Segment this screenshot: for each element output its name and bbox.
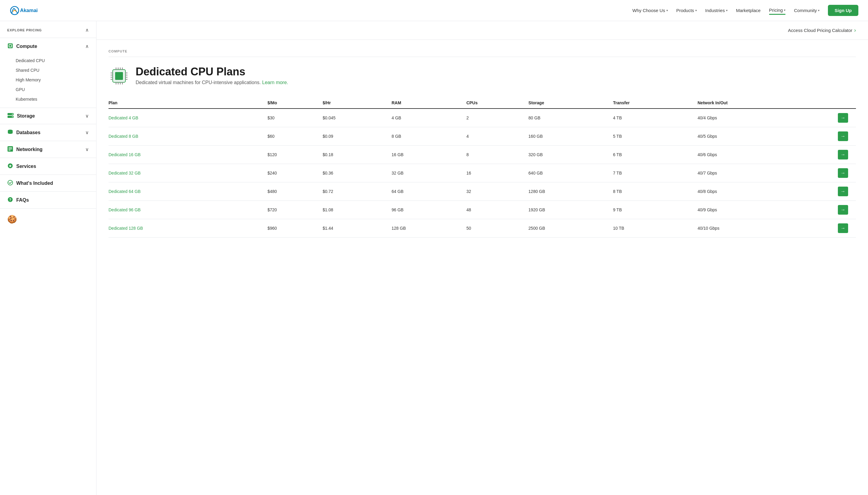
table-row: Dedicated 16 GB $120 $0.18 16 GB 8 320 G… <box>108 146 856 164</box>
services-icon <box>7 163 13 170</box>
cell-network-4: 40/8 Gbps <box>698 182 838 201</box>
plan-subtitle: Dedicated virtual machines for CPU-inten… <box>136 80 288 85</box>
sidebar-item-kubernetes[interactable]: Kubernetes <box>0 95 96 104</box>
cell-cpus-2: 8 <box>466 146 528 164</box>
nav-marketplace[interactable]: Marketplace <box>736 7 761 14</box>
plan-title-block: Dedicated CPU Plans Dedicated virtual ma… <box>136 65 288 85</box>
learn-more-link[interactable]: Learn more. <box>262 80 288 85</box>
sidebar-section-storage-header[interactable]: Storage ∨ <box>0 108 96 124</box>
col-mo: $/Mo <box>267 97 323 108</box>
cell-ram-3: 32 GB <box>392 164 466 182</box>
cell-plan-2[interactable]: Dedicated 16 GB <box>108 146 267 164</box>
sidebar-section-whats-included: What's Included <box>0 175 96 192</box>
cell-network-5: 40/9 Gbps <box>698 201 838 219</box>
col-ram: RAM <box>392 97 466 108</box>
nav-pricing[interactable]: Pricing ▾ <box>769 6 786 15</box>
cell-plan-5[interactable]: Dedicated 96 GB <box>108 201 267 219</box>
cell-hr-0: $0.045 <box>323 108 392 127</box>
table-row: Dedicated 128 GB $960 $1.44 128 GB 50 25… <box>108 219 856 238</box>
sidebar-header: EXPLORE PRICING ∧ <box>0 21 96 38</box>
storage-label: Storage <box>17 113 35 119</box>
cell-hr-3: $0.36 <box>323 164 392 182</box>
cell-storage-0: 80 GB <box>528 108 613 127</box>
cell-plan-1[interactable]: Dedicated 8 GB <box>108 127 267 146</box>
svg-point-8 <box>12 116 13 117</box>
cell-action-2: → <box>838 146 856 164</box>
cell-network-6: 40/10 Gbps <box>698 219 838 238</box>
cell-plan-6[interactable]: Dedicated 128 GB <box>108 219 267 238</box>
logo[interactable]: Akamai <box>10 4 46 17</box>
cell-transfer-4: 8 TB <box>613 182 698 201</box>
cell-network-0: 40/4 Gbps <box>698 108 838 127</box>
sidebar-section-faqs-header[interactable]: ? FAQs <box>0 192 96 208</box>
cell-transfer-2: 6 TB <box>613 146 698 164</box>
sidebar-item-dedicated-cpu[interactable]: Dedicated CPU <box>0 56 96 65</box>
row-select-button-5[interactable]: → <box>838 205 848 215</box>
table-body: Dedicated 4 GB $30 $0.045 4 GB 2 80 GB 4… <box>108 108 856 238</box>
cookie-icon[interactable]: 🍪 <box>7 215 17 224</box>
sidebar-section-databases-header[interactable]: Databases ∨ <box>0 124 96 141</box>
compute-sub-items: Dedicated CPU Shared CPU High Memory GPU… <box>0 54 96 108</box>
sidebar-section-compute-header[interactable]: Compute ∧ <box>0 38 96 54</box>
row-select-button-2[interactable]: → <box>838 150 848 159</box>
col-cpus: CPUs <box>466 97 528 108</box>
sidebar-section-included-left: What's Included <box>7 180 53 187</box>
cell-ram-6: 128 GB <box>392 219 466 238</box>
sidebar-section-included-header[interactable]: What's Included <box>0 175 96 191</box>
cell-storage-3: 640 GB <box>528 164 613 182</box>
compute-section: COMPUTE <box>97 40 868 247</box>
row-select-button-1[interactable]: → <box>838 132 848 141</box>
svg-point-14 <box>8 180 13 185</box>
col-transfer: Transfer <box>613 97 698 108</box>
row-select-button-3[interactable]: → <box>838 168 848 178</box>
cell-storage-4: 1280 GB <box>528 182 613 201</box>
row-select-button-0[interactable]: → <box>838 113 848 123</box>
col-hr: $/Hr <box>323 97 392 108</box>
svg-rect-13 <box>8 150 11 150</box>
cell-hr-4: $0.72 <box>323 182 392 201</box>
cell-transfer-3: 7 TB <box>613 164 698 182</box>
main-content: Access Cloud Pricing Calculator › COMPUT… <box>97 21 868 495</box>
cell-transfer-5: 9 TB <box>613 201 698 219</box>
row-select-button-4[interactable]: → <box>838 187 848 196</box>
cell-hr-6: $1.44 <box>323 219 392 238</box>
cell-plan-4[interactable]: Dedicated 64 GB <box>108 182 267 201</box>
nav-why-choose-us[interactable]: Why Choose Us ▾ <box>632 7 667 14</box>
akamai-logo-svg: Akamai <box>10 4 46 17</box>
cell-storage-6: 2500 GB <box>528 219 613 238</box>
nav-products[interactable]: Products ▾ <box>676 7 697 14</box>
svg-rect-4 <box>9 45 11 47</box>
networking-chevron-icon: ∨ <box>85 147 89 152</box>
pricing-calculator-link[interactable]: Access Cloud Pricing Calculator › <box>788 27 856 33</box>
pricing-table: Plan $/Mo $/Hr RAM CPUs Storage Transfer… <box>108 97 856 238</box>
sidebar-section-services-header[interactable]: Services <box>0 158 96 174</box>
sidebar-section-faqs-left: ? FAQs <box>7 197 29 204</box>
cell-action-6: → <box>838 219 856 238</box>
cell-action-4: → <box>838 182 856 201</box>
networking-icon <box>7 146 13 153</box>
row-select-button-6[interactable]: → <box>838 223 848 233</box>
nav-industries[interactable]: Industries ▾ <box>705 7 728 14</box>
cell-plan-0[interactable]: Dedicated 4 GB <box>108 108 267 127</box>
cell-plan-3[interactable]: Dedicated 32 GB <box>108 164 267 182</box>
nav-chevron-community: ▾ <box>818 9 819 12</box>
page-layout: EXPLORE PRICING ∧ Compute ∧ <box>0 21 868 495</box>
sidebar-section-compute-left: Compute <box>7 43 37 50</box>
sidebar-item-high-memory[interactable]: High Memory <box>0 75 96 85</box>
sidebar-section-storage: Storage ∨ <box>0 108 96 124</box>
svg-rect-11 <box>8 148 12 148</box>
col-network: Network In/Out <box>698 97 838 108</box>
svg-text:Akamai: Akamai <box>20 7 38 13</box>
sidebar-item-shared-cpu[interactable]: Shared CPU <box>0 65 96 75</box>
sidebar-item-gpu[interactable]: GPU <box>0 85 96 95</box>
signup-button[interactable]: Sign Up <box>828 5 858 16</box>
sidebar-section-networking-header[interactable]: Networking ∨ <box>0 141 96 158</box>
nav-community[interactable]: Community ▾ <box>794 7 819 14</box>
table-row: Dedicated 8 GB $60 $0.09 8 GB 4 160 GB 5… <box>108 127 856 146</box>
sidebar-collapse-icon[interactable]: ∧ <box>85 27 89 33</box>
nav-chevron-industries: ▾ <box>726 9 728 12</box>
cell-action-1: → <box>838 127 856 146</box>
cpu-icon <box>108 65 129 86</box>
col-plan: Plan <box>108 97 267 108</box>
compute-icon <box>7 43 13 50</box>
